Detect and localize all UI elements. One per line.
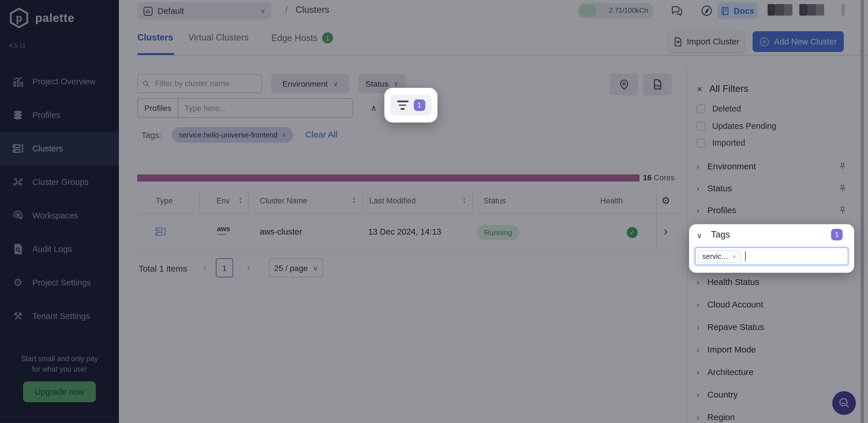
tour-dim-overlay xyxy=(0,0,868,423)
filter-count-badge: 1 xyxy=(413,100,425,111)
tags-section-label: Tags xyxy=(711,229,730,240)
tags-count-badge: 1 xyxy=(831,229,843,241)
app-root: p palette 4.5.11 Project Overview Profil… xyxy=(0,0,868,423)
spotlight-filter-card: 1 xyxy=(384,88,437,122)
tags-filter-input[interactable]: servic… × xyxy=(695,247,848,265)
advanced-filters-button[interactable]: 1 xyxy=(390,95,432,116)
text-cursor xyxy=(745,251,745,261)
filter-icon xyxy=(397,101,408,110)
chevron-down-icon[interactable]: ∨ xyxy=(696,231,702,240)
remove-tag-icon[interactable]: × xyxy=(733,253,736,260)
spotlight-tags-card: ∨ Tags 1 servic… × xyxy=(689,224,854,273)
tag-chip-text: servic… xyxy=(702,252,728,260)
tag-chip[interactable]: servic… × xyxy=(698,250,741,263)
